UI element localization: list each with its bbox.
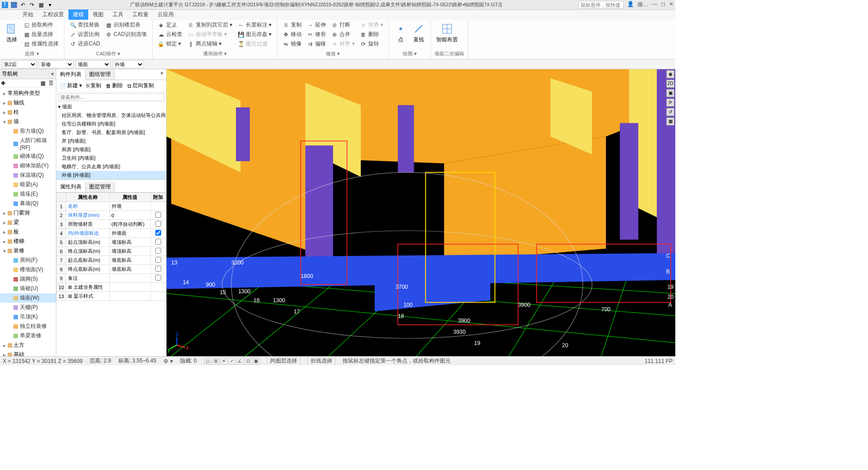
- table-row[interactable]: 1名称外墙: [57, 202, 166, 211]
- list-item[interactable]: 井 [内墙面]: [56, 137, 166, 145]
- pick-component-button[interactable]: ◱拾取构件: [22, 21, 60, 29]
- sb-tool6-icon[interactable]: ⊡: [244, 358, 252, 365]
- nav-child[interactable]: 吊顶(K): [0, 312, 56, 322]
- nav-child[interactable]: 墙面(W): [0, 293, 56, 303]
- dropdown-icon[interactable]: ▾: [47, 2, 53, 8]
- nav-child[interactable]: 砌体墙(Q): [0, 152, 56, 161]
- tab-start[interactable]: 开始: [18, 9, 38, 20]
- sb-tool4-icon[interactable]: ✓: [228, 358, 235, 365]
- nav-item[interactable]: ▸楼梯: [0, 237, 56, 246]
- point-button[interactable]: 点: [393, 21, 409, 49]
- identify-floor-button[interactable]: ▦识别楼层表: [104, 21, 148, 29]
- nav-child[interactable]: 独立柱装修: [0, 322, 56, 331]
- undo-icon[interactable]: ↶: [20, 2, 26, 8]
- prop-checkbox[interactable]: [155, 230, 161, 236]
- nav-child[interactable]: 房间(F): [0, 255, 56, 265]
- trim-button[interactable]: ✂修剪: [305, 30, 328, 39]
- define-button[interactable]: ◈定义: [156, 21, 184, 29]
- dim-length-button[interactable]: ↔长度标注 ▾: [236, 21, 273, 29]
- vp-tool-rotate-icon[interactable]: ⟳: [666, 98, 674, 107]
- vp-tool-3d-icon[interactable]: ▣: [666, 89, 674, 97]
- nav-child[interactable]: 砌体加筋(Y): [0, 161, 56, 170]
- close-icon[interactable]: ✕: [669, 1, 674, 9]
- table-row[interactable]: 3所附墙材质(程序自动判断): [57, 220, 166, 229]
- sb-tool5-icon[interactable]: ∠: [236, 358, 244, 365]
- table-row[interactable]: 13⊞ 显示样式: [57, 292, 166, 301]
- elev-adjust-icon[interactable]: ⚙ ▾: [163, 358, 172, 364]
- delete-button[interactable]: 🗑删除: [358, 30, 385, 39]
- quick1-icon[interactable]: ▦: [38, 2, 44, 8]
- nav-child[interactable]: 暗梁(A): [0, 180, 56, 189]
- nav-item[interactable]: ▸梁: [0, 218, 56, 227]
- find-replace-button[interactable]: 🔍查找替换: [68, 21, 102, 29]
- nav-child[interactable]: 天棚(P): [0, 303, 56, 312]
- prop-checkbox[interactable]: [155, 257, 161, 263]
- copy-button[interactable]: ⎘复制: [281, 21, 303, 29]
- nav-child[interactable]: 剪力墙(Q): [0, 126, 56, 136]
- search-input[interactable]: [579, 1, 624, 9]
- polyline-select-button[interactable]: 折线选择: [307, 356, 335, 365]
- tab-quantity[interactable]: 工程量: [128, 9, 153, 20]
- vp-tool-globe-icon[interactable]: ◉: [666, 70, 674, 78]
- batch-select-button[interactable]: ▦批量选择: [22, 30, 60, 39]
- tab-components[interactable]: 构件列表: [56, 69, 86, 80]
- table-row[interactable]: 7起点底标高(m)墙底标高: [57, 256, 166, 265]
- type-select[interactable]: 外墙: [113, 60, 144, 68]
- rotate-button[interactable]: ⟳旋转: [358, 40, 385, 48]
- prop-checkbox[interactable]: [155, 275, 161, 281]
- select-by-prop-button[interactable]: ▤按属性选择: [22, 40, 60, 48]
- sb-tool3-icon[interactable]: ✕: [220, 358, 227, 365]
- cross-layer-select-button[interactable]: 跨图层选择: [267, 356, 300, 365]
- move-button[interactable]: ✥移动: [281, 30, 303, 39]
- table-row[interactable]: 9备注: [57, 274, 166, 283]
- nav-item[interactable]: ▾墙: [0, 117, 56, 126]
- mirror-button[interactable]: ⇋镜像: [281, 40, 303, 48]
- vp-tool-2d-icon[interactable]: 2D: [666, 80, 674, 88]
- break-button[interactable]: ⊘打断: [330, 21, 356, 29]
- list-item[interactable]: 卫生间 [内墙面]: [56, 154, 166, 162]
- maximize-icon[interactable]: ◻: [661, 1, 665, 9]
- table-row[interactable]: 6终点顶标高(m)墙顶标高: [57, 247, 166, 256]
- view2-icon[interactable]: ☰: [49, 80, 55, 86]
- tab-layer-mgmt[interactable]: 图层管理: [86, 182, 115, 192]
- nav-child[interactable]: 墙垛(E): [0, 189, 56, 199]
- tab-view[interactable]: 视图: [88, 9, 108, 20]
- table-row[interactable]: 8终点底标高(m)墙底标高: [57, 265, 166, 274]
- vp-tool-grid-icon[interactable]: ▦: [666, 117, 674, 125]
- two-point-axis-button[interactable]: ∥两点辅轴 ▾: [186, 40, 234, 48]
- extend-button[interactable]: →延伸: [305, 21, 328, 29]
- panel2-close-icon[interactable]: ×: [158, 69, 166, 80]
- nav-item[interactable]: ▾装修: [0, 246, 56, 255]
- vp-tool-undo-icon[interactable]: ↺: [666, 108, 674, 116]
- nav-item[interactable]: ▸基础: [0, 350, 56, 356]
- nav-item[interactable]: ▸土方: [0, 340, 56, 350]
- nav-child[interactable]: 墙裙(U): [0, 284, 56, 293]
- nav-item[interactable]: ▸板: [0, 227, 56, 237]
- delete2-button[interactable]: 🗑删除: [104, 81, 124, 90]
- offset-button[interactable]: ⇉偏移: [305, 40, 328, 48]
- select-button[interactable]: 选择: [4, 21, 20, 49]
- redo-icon[interactable]: ↷: [29, 2, 35, 8]
- sb-tool1-icon[interactable]: ◻: [204, 358, 211, 365]
- nav-child[interactable]: 单梁装修: [0, 331, 56, 340]
- prop-checkbox[interactable]: [155, 212, 161, 218]
- tab-cloud[interactable]: 云应用: [153, 9, 178, 20]
- list-header[interactable]: ▾ 墙面: [56, 103, 166, 111]
- merge-button[interactable]: ⊕合并: [330, 30, 356, 39]
- tab-drawings[interactable]: 图纸管理: [86, 69, 115, 80]
- nav-item[interactable]: ▸门窗洞: [0, 208, 56, 218]
- sb-tool7-icon[interactable]: ▣: [253, 358, 260, 365]
- prop-checkbox[interactable]: [155, 221, 161, 227]
- floor-select[interactable]: 第2层: [2, 60, 37, 68]
- set-scale-button[interactable]: ⤢设置比例: [68, 30, 102, 39]
- cloud-check-button[interactable]: ☁云检查: [156, 30, 184, 39]
- list-item[interactable]: 电梯厅、公共走廊 [内墙面]: [56, 162, 166, 171]
- tab-properties[interactable]: 属性列表: [56, 182, 86, 192]
- copy2-button[interactable]: ⎘复制: [85, 81, 103, 90]
- nav-child[interactable]: 幕墙(Q): [0, 199, 56, 208]
- nav-child[interactable]: 踢脚(S): [0, 274, 56, 284]
- user-name[interactable]: 滕…: [637, 1, 648, 9]
- copy-layer-button[interactable]: ⎘复制到其它层 ▾: [186, 21, 234, 29]
- nav-child[interactable]: 人防门框墙(RF): [0, 136, 56, 152]
- save-element-button[interactable]: 💾图元存盘 ▾: [236, 30, 273, 39]
